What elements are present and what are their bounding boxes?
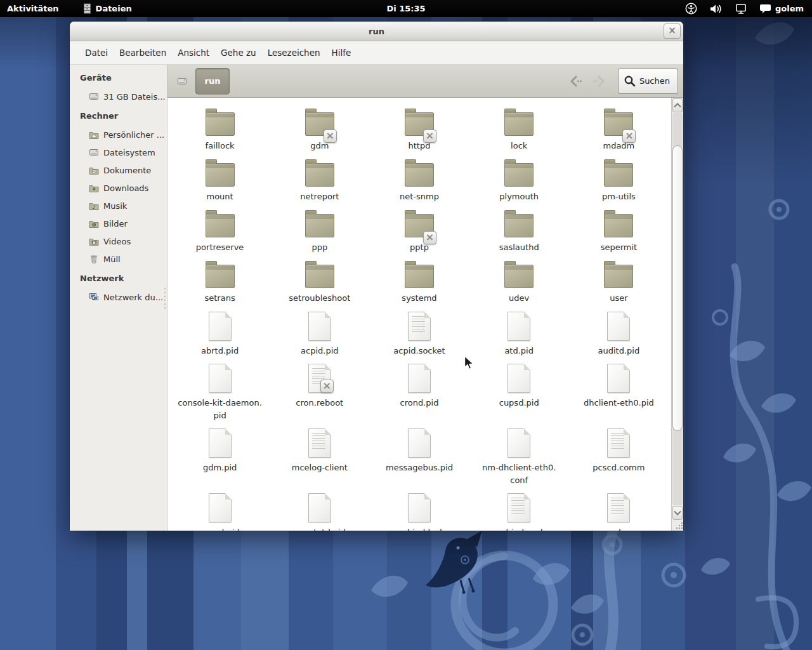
folder-icon (206, 112, 235, 136)
forward-button[interactable] (590, 72, 609, 91)
file-item[interactable]: sepermit (569, 209, 669, 260)
file-label: mount (206, 190, 233, 203)
file-item[interactable]: mdadm (569, 108, 669, 159)
file-label: saslauthd (499, 241, 539, 254)
menu-item-4[interactable]: Lesezeichen (262, 41, 326, 64)
file-label: rpc.statd.pid (294, 526, 346, 531)
file-item[interactable]: dhclient-eth0.pid (569, 363, 669, 428)
file-item[interactable]: nm-dhclient-eth0. conf (469, 428, 569, 493)
file-label: nm-dhclient-eth0. conf (482, 461, 556, 487)
sidebar-item[interactable]: 31 GB Dateis... (70, 88, 167, 105)
menu-item-2[interactable]: Ansicht (172, 41, 215, 64)
volume-icon[interactable] (709, 3, 723, 15)
file-label: lock (511, 140, 527, 152)
accessibility-icon[interactable] (685, 3, 697, 15)
svg-text:♪: ♪ (93, 204, 96, 210)
file-item[interactable]: portreserve (170, 209, 270, 260)
scroll-up-button[interactable] (672, 98, 683, 112)
file-item[interactable]: acpid.pid (270, 311, 369, 363)
file-item[interactable]: rpcbind.lock (369, 493, 469, 531)
resize-grip[interactable] (672, 521, 683, 531)
file-item[interactable]: faillock (170, 108, 270, 159)
file-item[interactable]: mcelog-client (270, 428, 369, 493)
sidebar-item[interactable]: Netzwerk du... (70, 288, 167, 306)
menu-item-1[interactable]: Bearbeiten (114, 41, 172, 64)
folder-icon (504, 163, 534, 187)
file-item[interactable]: cupsd.pid (469, 363, 569, 428)
scrollbar-track[interactable] (672, 113, 683, 505)
close-button[interactable]: × (664, 23, 681, 39)
user-menu[interactable]: golem (759, 3, 804, 14)
display-icon[interactable] (735, 3, 747, 15)
username-label: golem (775, 4, 804, 13)
file-item[interactable]: lock (469, 108, 569, 159)
menu-item-0[interactable]: Datei (79, 41, 114, 64)
breadcrumb-current-folder[interactable]: run (195, 68, 230, 95)
file-icon (209, 312, 232, 341)
no-read-emblem-icon (423, 129, 436, 143)
sidebar-item[interactable]: Dokumente (70, 161, 167, 179)
file-item[interactable]: ppp (270, 209, 369, 260)
file-item[interactable]: abrtd.pid (170, 311, 270, 363)
file-item[interactable]: saslauthd (469, 209, 569, 260)
file-item[interactable]: rpc.statd.pid (270, 493, 369, 531)
file-item[interactable]: netreport (270, 159, 369, 209)
activities-button[interactable]: Aktivitäten (0, 4, 68, 13)
sidebar-splitter-handle[interactable] (164, 288, 166, 308)
file-item[interactable]: setrans (170, 260, 270, 311)
forward-icon (591, 73, 608, 90)
sidebar-item[interactable]: Bilder (70, 215, 167, 232)
file-item[interactable]: mount (170, 159, 270, 209)
file-item[interactable]: user (569, 260, 669, 311)
sidebar-item[interactable]: Downloads (70, 179, 167, 197)
sidebar-item[interactable]: ♪Musik (70, 197, 167, 215)
file-item[interactable]: cron.reboot (270, 363, 369, 428)
file-item[interactable]: pptp (369, 209, 469, 260)
titlebar[interactable]: run × (70, 22, 683, 41)
file-item[interactable]: plymouth (469, 159, 569, 209)
menu-item-5[interactable]: Hilfe (326, 41, 357, 64)
sidebar-section-header-0: Geräte (70, 67, 167, 88)
file-item[interactable]: pcscd.comm (569, 428, 669, 493)
file-item[interactable]: systemd (369, 260, 469, 311)
file-item[interactable]: atd.pid (469, 311, 569, 363)
file-item[interactable]: gdm.pid (170, 428, 270, 493)
file-label: messagebus.pid (386, 461, 453, 474)
file-icon (209, 428, 232, 458)
folder-icon (305, 214, 334, 237)
sidebar-item[interactable]: Dateisystem (70, 143, 167, 161)
chevron-down-icon (673, 510, 682, 516)
back-button[interactable] (566, 72, 585, 91)
file-item[interactable]: rpcbind.sock (469, 493, 569, 531)
file-item[interactable]: gdm (270, 108, 369, 159)
sidebar-item-label: Dokumente (103, 166, 151, 175)
menu-item-3[interactable]: Gehe zu (215, 41, 262, 64)
file-item[interactable]: httpd (369, 108, 469, 159)
file-item[interactable]: acpid.socket (369, 311, 469, 363)
file-item[interactable]: pcscd.pid (170, 493, 270, 531)
file-item[interactable]: net-snmp (369, 159, 469, 209)
file-item[interactable]: pm-utils (569, 159, 669, 209)
focused-app-menu[interactable]: Dateien (82, 3, 132, 14)
file-item[interactable]: sdp (569, 493, 669, 531)
scrollbar-thumb[interactable] (672, 145, 683, 431)
sidebar-item[interactable]: Persönlicher ... (70, 126, 167, 143)
file-item[interactable]: setroubleshoot (270, 260, 369, 311)
file-item[interactable]: auditd.pid (569, 311, 669, 363)
text-file-icon (308, 364, 331, 393)
file-item[interactable]: udev (469, 260, 569, 311)
music-icon: ♪ (89, 201, 99, 211)
file-manager-window: run × DateiBearbeitenAnsichtGehe zuLesez… (70, 22, 683, 531)
scroll-down-button[interactable] (672, 506, 683, 520)
file-icon (308, 312, 331, 341)
downloads-icon (89, 183, 99, 193)
file-item[interactable]: messagebus.pid (369, 428, 469, 493)
file-item[interactable]: console-kit-daemon. pid (170, 363, 270, 428)
search-button[interactable]: Suchen (618, 69, 678, 94)
file-item[interactable]: crond.pid (369, 363, 469, 428)
sidebar-item[interactable]: Müll (70, 250, 167, 268)
scrollbar[interactable] (671, 98, 683, 531)
breadcrumb-root-button[interactable] (174, 73, 190, 90)
folder-icon (504, 214, 534, 237)
sidebar-item[interactable]: Videos (70, 232, 167, 250)
